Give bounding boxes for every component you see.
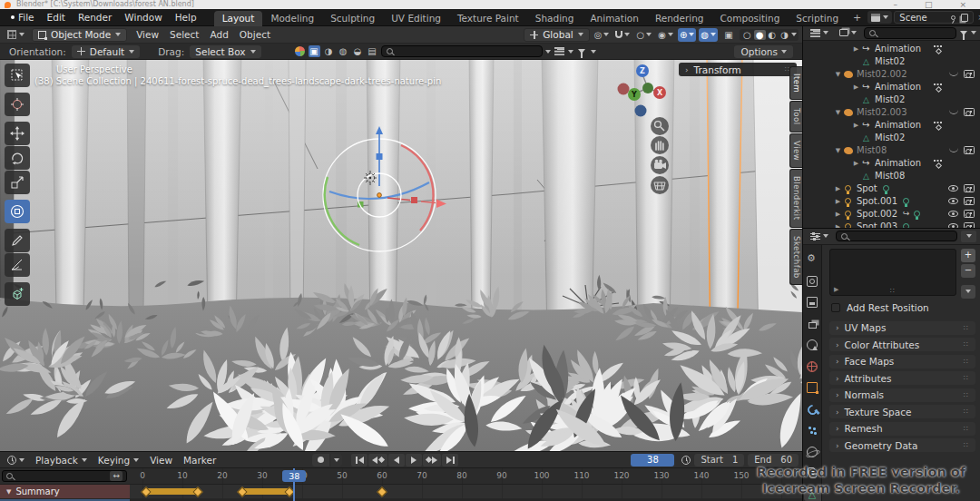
axis-neg-z-ball[interactable]	[635, 105, 647, 117]
sidebar-tab-item[interactable]: Item	[789, 66, 802, 100]
sidebar-tab-blenderkit[interactable]: Blenderkit	[789, 169, 802, 228]
filter-armature-icon[interactable]: ◍	[338, 45, 349, 57]
timeline-menu-marker[interactable]: Marker	[178, 455, 221, 466]
panel-geometry-data[interactable]: ›Geometry Data∷	[829, 438, 975, 452]
render-visibility-toggle[interactable]	[961, 222, 976, 227]
summary-channel[interactable]: ▼ Summary	[0, 485, 130, 498]
shading-material-button[interactable]: ◐	[767, 30, 779, 40]
tool-measure-button[interactable]	[5, 253, 30, 277]
tool-annotate-button[interactable]	[5, 229, 30, 252]
panel-grip-icon[interactable]: ∷	[964, 324, 969, 332]
triangle-right-icon[interactable]: ▶	[852, 160, 860, 167]
hidden-viewport-toggle[interactable]	[946, 148, 961, 152]
summary-keyframes-lane[interactable]	[130, 485, 802, 498]
workspace-tab-uv-editing[interactable]: UV Editing	[383, 11, 449, 26]
menu-render[interactable]: Render	[72, 9, 118, 26]
outliner-row-animation[interactable]: ▶↪Animation	[803, 157, 980, 170]
timeline-menu-keying[interactable]: Keying	[93, 455, 144, 466]
hide-viewport-toggle[interactable]	[946, 198, 961, 204]
filter-halfsphere-icon[interactable]: ◑	[323, 45, 335, 57]
specials-dropdown-button[interactable]	[961, 285, 975, 299]
pivot-point-button[interactable]: ◎	[593, 28, 612, 42]
outliner-row-spot[interactable]: ▶Spot	[803, 182, 980, 195]
render-visibility-toggle[interactable]	[961, 210, 976, 218]
outliner-row-mist02-003[interactable]: ▼Mist02.003	[803, 106, 980, 119]
mode-dropdown[interactable]: Object Mode	[32, 28, 127, 42]
workspace-tab-scripting[interactable]: Scripting	[788, 11, 847, 26]
sidebar-tab-sketchfab[interactable]: Sketchfab	[789, 229, 802, 286]
triangle-down-icon[interactable]: ▼	[6, 488, 11, 496]
viewport-menu-object[interactable]: Object	[234, 29, 276, 40]
properties-tab-particles[interactable]	[804, 424, 821, 437]
tool-rotate-button[interactable]	[5, 146, 30, 170]
panel-face-maps[interactable]: ›Face Maps∷	[829, 355, 975, 368]
outliner-row-animation[interactable]: ▶↪Animation	[803, 119, 980, 132]
outliner-row-spot-002[interactable]: ▶Spot.002↪	[803, 208, 980, 221]
start-frame-field[interactable]: Start 1	[694, 454, 744, 467]
visibility-dropdown[interactable]: ◉	[656, 28, 675, 42]
filter-selectable-toggle[interactable]: ▣	[309, 45, 320, 57]
tool-scale-button[interactable]	[5, 171, 30, 194]
workspace-tab-sculpting[interactable]: Sculpting	[322, 11, 383, 26]
panel-grip-icon[interactable]: ∷	[964, 340, 969, 349]
shading-solid-button[interactable]: ●	[754, 30, 766, 40]
filter-funnel-icon[interactable]	[576, 45, 588, 57]
triangle-right-icon[interactable]: ▶	[834, 211, 842, 218]
xray-toggle[interactable]: ▣	[720, 28, 737, 42]
triangle-down-icon[interactable]: ▼	[834, 71, 842, 78]
panel-attributes[interactable]: ›Attributes∷	[829, 371, 975, 385]
tool-add-cube-button[interactable]	[5, 282, 30, 306]
snap-toggle[interactable]	[613, 28, 632, 42]
outliner-row-mist02-002[interactable]: ▼Mist02.002	[803, 68, 980, 81]
previous-keyframe-button[interactable]	[368, 454, 387, 467]
outliner-editor-type-button[interactable]	[807, 26, 832, 39]
new-scene-icon[interactable]	[961, 14, 968, 22]
hide-viewport-toggle[interactable]	[946, 211, 961, 217]
timeline-ruler[interactable]: 0102030405060708090100110120130140150 ↔	[0, 468, 802, 485]
viewport-search-input[interactable]	[381, 45, 543, 57]
hidden-viewport-toggle[interactable]	[946, 72, 961, 76]
properties-options-button[interactable]	[961, 231, 976, 242]
options-button[interactable]: Options	[734, 45, 793, 58]
triangle-right-icon[interactable]: ▶	[834, 198, 842, 205]
triangle-right-icon[interactable]: ▶	[834, 185, 842, 192]
viewport-menu-select[interactable]: Select	[164, 29, 204, 40]
panel-grip-icon[interactable]: ∷	[964, 391, 969, 399]
display-mode-icon[interactable]	[554, 45, 565, 57]
play-button[interactable]	[406, 454, 422, 467]
triangle-right-icon[interactable]: ▶	[852, 84, 860, 91]
outliner-row-mist02[interactable]: △Mist02	[803, 132, 980, 144]
proportional-edit-button[interactable]: ○	[634, 28, 653, 42]
tool-move-button[interactable]	[5, 122, 30, 145]
panel-grip-icon[interactable]: ∷	[964, 408, 969, 416]
shading-wireframe-button[interactable]: ○	[741, 30, 753, 40]
chevron-down-icon[interactable]	[591, 50, 596, 54]
resize-grip-icon[interactable]: ∷	[890, 287, 896, 295]
outliner-filter-icon[interactable]	[960, 31, 967, 35]
properties-tab-render[interactable]	[804, 274, 821, 288]
close-button[interactable]: ×	[959, 1, 966, 9]
chevron-down-icon[interactable]	[545, 50, 551, 54]
show-overlays-toggle[interactable]: ◍	[699, 28, 718, 42]
chevron-down-icon[interactable]	[568, 50, 573, 54]
panel-remesh[interactable]: ›Remesh∷	[829, 422, 975, 436]
properties-tab-output[interactable]	[804, 296, 821, 309]
shading-rendered-button[interactable]: ◑	[779, 30, 790, 40]
play-reverse-button[interactable]	[388, 454, 405, 467]
jump-to-start-button[interactable]	[351, 454, 368, 467]
sidebar-tab-tool[interactable]: Tool	[789, 101, 802, 133]
outliner-row-spot-003[interactable]: ▶Spot.003	[803, 221, 980, 228]
triangle-down-icon[interactable]: ▼	[834, 109, 842, 116]
panel-color-attributes[interactable]: ›Color Attributes∷	[829, 338, 975, 351]
hide-viewport-toggle[interactable]	[946, 185, 961, 192]
timeline-menu-playback[interactable]: Playback	[30, 455, 93, 466]
hidden-viewport-toggle[interactable]	[946, 110, 961, 114]
panel-normals[interactable]: ›Normals∷	[829, 388, 975, 402]
render-visibility-toggle[interactable]	[961, 108, 976, 116]
outliner-row-mist08[interactable]: ▼Mist08	[803, 144, 980, 157]
minimize-button[interactable]: –	[893, 1, 897, 9]
timeline-editor-type-button[interactable]	[4, 454, 28, 467]
workspace-tab-compositing[interactable]: Compositing	[712, 11, 789, 26]
properties-tab-modifiers[interactable]	[804, 402, 821, 416]
show-gizmo-toggle[interactable]: ⊕	[678, 28, 696, 42]
